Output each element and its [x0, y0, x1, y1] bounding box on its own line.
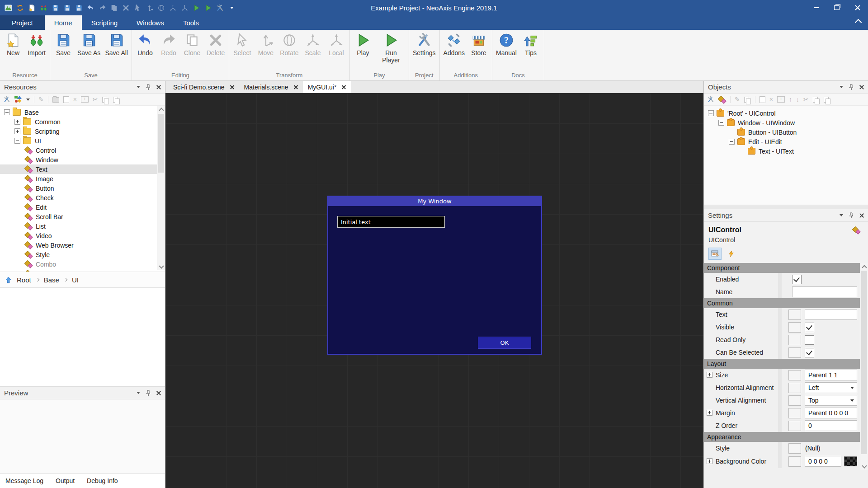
- undo-icon[interactable]: [86, 3, 95, 13]
- tree-item-button[interactable]: Button: [0, 183, 165, 193]
- tree-item-base[interactable]: Base: [0, 108, 165, 117]
- tree-item-list[interactable]: List: [0, 221, 165, 231]
- enabled-checkbox[interactable]: [792, 275, 802, 284]
- default-flag-box[interactable]: [788, 347, 801, 358]
- restore-button[interactable]: [826, 0, 847, 15]
- panel-menu-icon[interactable]: [840, 214, 843, 216]
- tab-message-log[interactable]: Message Log: [5, 477, 43, 484]
- move-icon[interactable]: [145, 3, 154, 13]
- tree-item-image[interactable]: Image: [0, 174, 165, 183]
- scrollbar-thumb[interactable]: [861, 271, 867, 454]
- z-order-field[interactable]: 0: [805, 420, 857, 431]
- new-component-icon[interactable]: [718, 96, 726, 103]
- tree-item-button-uibutton[interactable]: Button - UIButton: [704, 127, 868, 137]
- menu-item-project[interactable]: Project: [0, 15, 45, 30]
- new-file-icon[interactable]: [63, 96, 69, 103]
- menu-item-scripting[interactable]: Scripting: [82, 15, 127, 30]
- run-player-icon[interactable]: [203, 3, 213, 13]
- edit-icon[interactable]: ✎: [735, 96, 740, 103]
- default-flag-box[interactable]: [788, 335, 801, 345]
- new-resource-icon[interactable]: [14, 96, 22, 103]
- paste-icon[interactable]: [824, 97, 829, 103]
- project-settings-button[interactable]: Settings: [410, 31, 438, 58]
- copy-icon[interactable]: [102, 97, 107, 103]
- collapse-icon[interactable]: [14, 138, 20, 144]
- tree-item-window[interactable]: Window: [0, 155, 165, 164]
- pin-icon[interactable]: [849, 84, 854, 90]
- tree-item-edit[interactable]: Edit: [0, 202, 165, 212]
- tree-item-tree[interactable]: Tree: [0, 269, 165, 272]
- tab-mygui-ui[interactable]: MyGUI.ui*: [303, 81, 351, 93]
- expand-property-icon[interactable]: [707, 372, 712, 378]
- visible-checkbox[interactable]: [805, 323, 814, 332]
- neoaxis-logo-icon[interactable]: [4, 3, 13, 13]
- close-button[interactable]: [847, 0, 868, 15]
- default-flag-box[interactable]: [788, 370, 801, 380]
- redo-button[interactable]: Redo: [157, 31, 180, 58]
- tab-output[interactable]: Output: [56, 477, 75, 484]
- size-field[interactable]: Parent 1 1: [805, 370, 857, 380]
- expand-icon[interactable]: [14, 128, 20, 134]
- redo-icon[interactable]: [98, 3, 107, 13]
- collapse-icon[interactable]: [729, 139, 735, 145]
- store-button[interactable]: Store: [467, 31, 491, 58]
- collapse-icon[interactable]: [718, 120, 724, 126]
- delete-icon[interactable]: ×: [769, 96, 773, 103]
- horizontal-alignment-dropdown[interactable]: Left: [805, 382, 857, 393]
- move-down-icon[interactable]: ↓: [796, 96, 799, 103]
- breadcrumb-root[interactable]: Root: [17, 276, 31, 284]
- paste-icon[interactable]: [113, 97, 118, 103]
- tree-item-style[interactable]: Style: [0, 250, 165, 259]
- tree-item-video[interactable]: Video: [0, 231, 165, 240]
- edit-icon[interactable]: ✎: [38, 96, 44, 103]
- local-button[interactable]: Local: [325, 31, 348, 58]
- save-button[interactable]: Save: [52, 31, 75, 58]
- qat-dropdown-icon[interactable]: [227, 3, 236, 13]
- read-only-checkbox[interactable]: [805, 335, 814, 345]
- select-button[interactable]: Select: [231, 31, 254, 58]
- close-panel-icon[interactable]: [156, 391, 161, 395]
- default-flag-box[interactable]: [788, 456, 801, 467]
- background-color-field[interactable]: 0 0 0 0: [805, 456, 841, 467]
- tree-item-window-uiwindow[interactable]: Window - UIWindow: [704, 118, 868, 127]
- cut-icon[interactable]: ✂: [93, 96, 98, 103]
- options-icon[interactable]: [707, 96, 714, 103]
- default-flag-box[interactable]: [788, 322, 801, 333]
- default-flag-box[interactable]: [788, 408, 801, 418]
- options-icon[interactable]: [3, 96, 10, 103]
- close-tab-icon[interactable]: [230, 85, 234, 89]
- settings-icon[interactable]: [215, 3, 225, 13]
- new-icon[interactable]: [27, 3, 37, 13]
- settings-scrollbar[interactable]: [860, 263, 868, 470]
- section-layout[interactable]: Layout: [704, 359, 860, 369]
- new-object-icon[interactable]: [760, 96, 765, 103]
- play-button[interactable]: Play: [351, 31, 375, 58]
- delete-button[interactable]: Delete: [204, 31, 227, 58]
- scale-button[interactable]: Scale: [301, 31, 325, 58]
- dialog-edit-field[interactable]: Initial text: [337, 216, 445, 228]
- scroll-up-icon[interactable]: [157, 106, 165, 113]
- dialog-title-bar[interactable]: My Window: [328, 197, 541, 206]
- collapse-icon[interactable]: [708, 110, 714, 116]
- default-flag-box[interactable]: [788, 421, 801, 431]
- close-panel-icon[interactable]: [156, 85, 161, 89]
- close-panel-icon[interactable]: [859, 213, 864, 218]
- default-flag-box[interactable]: [788, 383, 801, 393]
- scroll-up-icon[interactable]: [860, 263, 868, 270]
- panel-menu-icon[interactable]: [137, 86, 140, 88]
- tree-item-web-browser[interactable]: Web Browser: [0, 240, 165, 250]
- save-all-button[interactable]: Save All: [103, 31, 130, 58]
- section-common[interactable]: Common: [704, 298, 860, 308]
- new-button[interactable]: New: [1, 31, 25, 58]
- pin-icon[interactable]: [146, 84, 151, 90]
- copy-icon[interactable]: [813, 97, 818, 103]
- ui-editor-canvas[interactable]: My Window Initial text OK: [165, 93, 703, 488]
- collapse-icon[interactable]: [4, 109, 10, 115]
- cut-icon[interactable]: ✂: [803, 96, 809, 103]
- style-value[interactable]: (Null): [805, 445, 860, 452]
- move-button[interactable]: Move: [254, 31, 278, 58]
- rotate-button[interactable]: Rotate: [278, 31, 301, 58]
- import-button[interactable]: Import: [25, 31, 48, 58]
- play-icon[interactable]: [192, 3, 201, 13]
- section-component[interactable]: Component: [704, 263, 860, 273]
